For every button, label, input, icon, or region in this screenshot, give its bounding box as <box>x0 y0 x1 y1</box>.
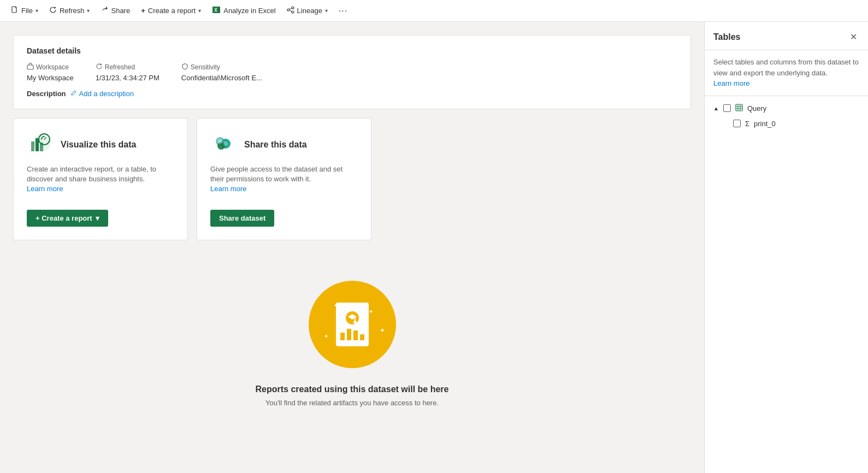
more-icon: ··· <box>339 6 347 16</box>
visualize-learn-more[interactable]: Learn more <box>27 185 63 193</box>
create-report-icon: + <box>141 7 145 15</box>
visualize-icon <box>27 132 53 158</box>
edit-icon <box>70 90 77 98</box>
svg-point-4 <box>292 7 294 9</box>
refresh-chevron: ▾ <box>87 8 90 14</box>
share-learn-more[interactable]: Learn more <box>210 185 246 193</box>
print0-column-name: print_0 <box>754 120 776 128</box>
empty-state-illustration: ✦ ✦ ✦ ✦ <box>303 275 401 374</box>
toolbar-analyze[interactable]: Analyze in Excel <box>208 4 280 17</box>
sensitivity-value: Confidential\Microsoft E... <box>181 74 262 82</box>
analyze-label: Analyze in Excel <box>223 7 275 15</box>
dataset-details-card: Dataset details Workspace My Workspace <box>13 35 691 109</box>
toolbar-share[interactable]: Share <box>96 4 134 17</box>
table-query-row[interactable]: ▲ Query <box>705 100 868 116</box>
refresh-detail-icon <box>96 63 103 72</box>
tables-panel-description: Select tables and columns from this data… <box>705 50 868 96</box>
create-report-btn-label: + Create a report <box>36 214 92 222</box>
lineage-label: Lineage <box>297 7 322 15</box>
share-card-icon <box>210 132 237 158</box>
visualize-card-desc: Create an interactive report, or a table… <box>27 164 174 194</box>
toolbar-refresh[interactable]: Refresh ▾ <box>45 4 95 17</box>
svg-point-3 <box>287 9 290 11</box>
file-icon <box>11 6 19 15</box>
svg-rect-8 <box>27 65 33 69</box>
file-label: File <box>21 7 33 15</box>
description-label: Description <box>27 90 66 98</box>
share-dataset-button[interactable]: Share dataset <box>210 210 274 227</box>
query-chevron-icon: ▲ <box>713 105 719 111</box>
refresh-label: Refresh <box>60 7 85 15</box>
sensitivity-detail: Sensitivity Confidential\Microsoft E... <box>181 63 262 82</box>
tables-panel: Tables ✕ Select tables and columns from … <box>704 22 868 473</box>
content-area: Dataset details Workspace My Workspace <box>0 22 704 473</box>
toolbar-more[interactable]: ··· <box>334 4 352 18</box>
dataset-details-title: Dataset details <box>27 46 677 55</box>
tables-panel-close[interactable]: ✕ <box>848 31 859 43</box>
query-checkbox[interactable] <box>723 104 731 112</box>
share-card: Share this data Give people access to th… <box>197 118 371 240</box>
svg-rect-30 <box>353 330 358 340</box>
refreshed-detail: Refreshed 1/31/23, 4:34:27 PM <box>96 63 160 82</box>
share-dataset-btn-label: Share dataset <box>219 214 265 222</box>
refreshed-value: 1/31/23, 4:34:27 PM <box>96 74 160 82</box>
visualize-card: Visualize this data Create an interactiv… <box>13 118 188 240</box>
empty-state-title: Reports created using this dataset will … <box>256 385 449 394</box>
lineage-chevron: ▾ <box>325 8 328 14</box>
refreshed-label: Refreshed <box>96 63 160 72</box>
empty-state-description: You'll find the related artifacts you ha… <box>265 399 439 407</box>
svg-point-17 <box>218 139 222 144</box>
svg-line-6 <box>290 8 292 10</box>
create-report-button[interactable]: + Create a report ▾ <box>27 210 108 227</box>
workspace-label: Workspace <box>27 63 74 72</box>
svg-rect-31 <box>360 334 364 340</box>
sigma-icon: Σ <box>745 120 749 128</box>
workspace-icon <box>27 63 34 72</box>
workspace-value: My Workspace <box>27 74 74 82</box>
table-grid-icon <box>735 104 743 113</box>
share-label: Share <box>111 7 130 15</box>
add-description-link[interactable]: Add a description <box>70 90 134 98</box>
svg-point-5 <box>292 11 294 13</box>
create-report-btn-chevron: ▾ <box>96 214 99 222</box>
svg-line-7 <box>290 10 292 12</box>
workspace-detail: Workspace My Workspace <box>27 63 74 82</box>
details-row: Workspace My Workspace Refreshed <box>27 63 677 82</box>
svg-rect-11 <box>36 138 39 151</box>
main-layout: Dataset details Workspace My Workspace <box>0 22 868 473</box>
refresh-icon <box>49 6 57 15</box>
create-report-chevron: ▾ <box>198 8 201 14</box>
file-chevron: ▾ <box>36 8 38 14</box>
tables-list: ▲ Query Σ print_0 <box>705 96 868 135</box>
print0-checkbox[interactable] <box>733 120 741 127</box>
sensitivity-label: Sensitivity <box>181 63 262 72</box>
svg-rect-32 <box>736 104 742 111</box>
action-cards-row: Visualize this data Create an interactiv… <box>13 118 691 240</box>
toolbar-lineage[interactable]: Lineage ▾ <box>282 4 332 17</box>
tables-learn-more[interactable]: Learn more <box>713 79 749 87</box>
toolbar: File ▾ Refresh ▾ Share + Create a report… <box>0 0 868 22</box>
svg-text:✦: ✦ <box>380 327 385 334</box>
share-icon <box>101 6 108 15</box>
toolbar-create-report[interactable]: + Create a report ▾ <box>137 4 205 17</box>
svg-text:✦: ✦ <box>324 333 328 339</box>
visualize-card-header: Visualize this data <box>27 132 174 158</box>
share-card-title: Share this data <box>244 140 307 150</box>
table-print0-row[interactable]: Σ print_0 <box>705 116 868 131</box>
visualize-card-title: Visualize this data <box>61 140 136 150</box>
tables-panel-title: Tables <box>713 32 741 42</box>
svg-point-18 <box>223 141 228 146</box>
share-card-header: Share this data <box>210 132 358 158</box>
svg-rect-29 <box>347 329 351 340</box>
tables-panel-header: Tables ✕ <box>705 22 868 50</box>
svg-rect-2 <box>212 7 220 13</box>
create-report-label: Create a report <box>148 7 196 15</box>
share-card-desc: Give people access to the dataset and se… <box>210 164 358 194</box>
sensitivity-icon <box>181 63 188 72</box>
query-table-name: Query <box>747 104 766 113</box>
empty-state: ✦ ✦ ✦ ✦ Reports <box>13 253 691 429</box>
lineage-icon <box>287 6 294 15</box>
toolbar-file[interactable]: File ▾ <box>7 4 43 17</box>
description-row: Description Add a description <box>27 90 677 98</box>
excel-icon <box>212 6 221 15</box>
